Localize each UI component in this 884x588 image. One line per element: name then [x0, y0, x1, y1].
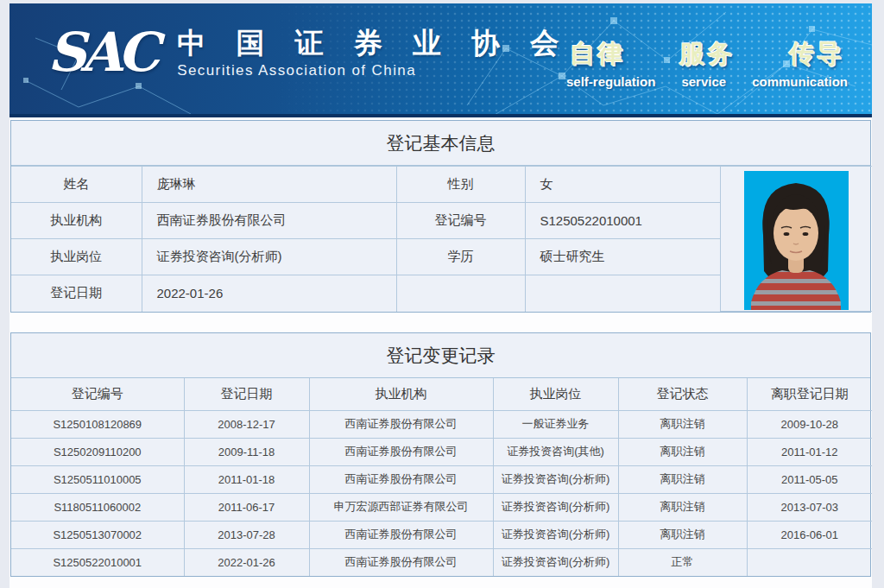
- table-cell: S1250522010001: [11, 548, 184, 576]
- field-value-reg-number: S1250522010001: [525, 203, 720, 239]
- table-cell: 西南证券股份有限公司: [309, 410, 493, 438]
- org-name-cn: 中 国 证 券 业 协 会: [177, 26, 570, 60]
- table-row: S11805110600022011-06-17申万宏源西部证券有限公司证券投资…: [11, 493, 872, 521]
- header-slogans: 自律 服务 传导 self-regulation service communi…: [566, 41, 848, 89]
- table-cell: 离职注销: [618, 438, 747, 465]
- org-names: 中 国 证 券 业 协 会 Securities Association of …: [177, 26, 570, 79]
- slogan-self-regulation-cn: 自律: [570, 41, 625, 66]
- column-header-row: 登记编号登记日期执业机构执业岗位登记状态离职登记日期: [11, 378, 872, 410]
- field-label-name: 姓名: [11, 167, 142, 203]
- table-cell: S1250511010005: [11, 465, 184, 493]
- table-cell: S1250209110200: [11, 438, 184, 465]
- basic-info-title: 登记基本信息: [11, 121, 870, 166]
- column-header: 登记编号: [11, 378, 184, 410]
- change-records-head: 登记编号登记日期执业机构执业岗位登记状态离职登记日期: [11, 378, 872, 410]
- table-cell: 证券投资咨询(分析师): [493, 521, 618, 548]
- table-cell: 2011-06-17: [184, 493, 309, 521]
- table-cell: S1250108120869: [11, 410, 184, 438]
- field-label-gender: 性别: [396, 167, 525, 203]
- column-header: 登记日期: [184, 378, 309, 410]
- table-row: S12505130700022013-07-28西南证券股份有限公司证券投资咨询…: [11, 521, 872, 548]
- main-content: 登记基本信息 姓名 庞琳琳 性别 女: [9, 117, 872, 577]
- table-cell: 西南证券股份有限公司: [309, 438, 493, 465]
- table-cell: 2008-12-17: [184, 410, 309, 438]
- change-records-table: 登记编号登记日期执业机构执业岗位登记状态离职登记日期 S125010812086…: [11, 378, 872, 576]
- table-cell: S1250513070002: [11, 521, 184, 548]
- content-frame: SAC 中 国 证 券 业 协 会 Securities Association…: [9, 3, 872, 588]
- table-cell: 申万宏源西部证券有限公司: [309, 493, 493, 521]
- slogan-communication-en: communication: [752, 74, 848, 89]
- table-cell: 证券投资咨询(分析师): [493, 493, 618, 521]
- slogan-service-cn: 服务: [679, 41, 735, 66]
- table-cell: 离职注销: [618, 465, 747, 493]
- field-value-position: 证券投资咨询(分析师): [142, 239, 396, 275]
- table-row: S12502091102002009-11-18西南证券股份有限公司证券投资咨询…: [11, 438, 872, 465]
- basic-info-section: 登记基本信息 姓名 庞琳琳 性别 女: [10, 120, 871, 313]
- column-header: 登记状态: [618, 378, 747, 410]
- table-cell: 2016-06-01: [747, 521, 872, 548]
- field-label-reg-number: 登记编号: [396, 203, 525, 239]
- sac-logo: SAC: [47, 26, 177, 79]
- table-cell: 2009-11-18: [184, 438, 309, 465]
- table-cell: 离职注销: [618, 410, 747, 438]
- id-photo-image: [744, 171, 849, 310]
- field-label-education: 学历: [396, 239, 525, 275]
- table-cell: 证券投资咨询(其他): [493, 438, 618, 465]
- table-cell: 西南证券股份有限公司: [309, 548, 493, 576]
- column-header: 离职登记日期: [747, 378, 872, 410]
- change-records-section: 登记变更记录 登记编号登记日期执业机构执业岗位登记状态离职登记日期 S12501…: [10, 332, 871, 577]
- slogan-row-cn: 自律 服务 传导: [566, 41, 848, 66]
- slogan-self-regulation-en: self-regulation: [566, 74, 655, 89]
- empty-cell: [525, 275, 720, 312]
- table-row: S12505110100052011-01-18西南证券股份有限公司证券投资咨询…: [11, 465, 872, 493]
- column-header: 执业岗位: [493, 378, 618, 410]
- field-value-gender: 女: [525, 167, 720, 203]
- basic-info-table: 姓名 庞琳琳 性别 女: [11, 166, 872, 312]
- table-cell: 离职注销: [618, 521, 747, 548]
- field-label-reg-date: 登记日期: [11, 275, 142, 312]
- table-cell: 证券投资咨询(分析师): [493, 548, 618, 576]
- slogan-row-en: self-regulation service communication: [566, 74, 848, 89]
- table-cell: [747, 548, 872, 576]
- table-cell: 西南证券股份有限公司: [309, 521, 493, 548]
- table-cell: 2011-01-18: [184, 465, 309, 493]
- photo-cell: [720, 167, 872, 312]
- table-cell: 2022-01-26: [184, 548, 309, 576]
- table-cell: 离职注销: [618, 493, 747, 521]
- page: SAC 中 国 证 券 业 协 会 Securities Association…: [0, 0, 884, 588]
- table-cell: 2013-07-28: [184, 521, 309, 548]
- table-cell: 2011-05-05: [747, 465, 872, 493]
- field-label-position: 执业岗位: [11, 239, 142, 275]
- column-header: 执业机构: [309, 378, 493, 410]
- field-value-name: 庞琳琳: [142, 167, 396, 203]
- field-value-org: 西南证券股份有限公司: [142, 203, 396, 239]
- table-cell: S1180511060002: [11, 493, 184, 521]
- table-cell: 一般证券业务: [493, 410, 618, 438]
- change-records-body: S12501081208692008-12-17西南证券股份有限公司一般证券业务…: [11, 410, 872, 576]
- empty-cell: [396, 275, 525, 312]
- table-row: S12505220100012022-01-26西南证券股份有限公司证券投资咨询…: [11, 548, 872, 576]
- site-header: SAC 中 国 证 券 业 协 会 Securities Association…: [9, 3, 872, 117]
- table-cell: 正常: [618, 548, 747, 576]
- table-cell: 证券投资咨询(分析师): [493, 465, 618, 493]
- table-cell: 2009-10-28: [747, 410, 872, 438]
- table-cell: 西南证券股份有限公司: [309, 465, 493, 493]
- table-cell: 2011-01-12: [747, 438, 872, 465]
- slogan-communication-cn: 传导: [789, 41, 844, 66]
- table-cell: 2013-07-03: [747, 493, 872, 521]
- sac-brand: SAC 中 国 证 券 业 协 会 Securities Association…: [47, 26, 570, 79]
- table-row: 姓名 庞琳琳 性别 女: [11, 167, 872, 203]
- change-records-title: 登记变更记录: [11, 333, 870, 378]
- field-value-education: 硕士研究生: [525, 239, 720, 275]
- field-label-org: 执业机构: [11, 203, 142, 239]
- field-value-reg-date: 2022-01-26: [142, 275, 396, 312]
- table-row: S12501081208692008-12-17西南证券股份有限公司一般证券业务…: [11, 410, 872, 438]
- slogan-service-en: service: [681, 74, 726, 89]
- org-name-en: Securities Association of China: [177, 62, 570, 79]
